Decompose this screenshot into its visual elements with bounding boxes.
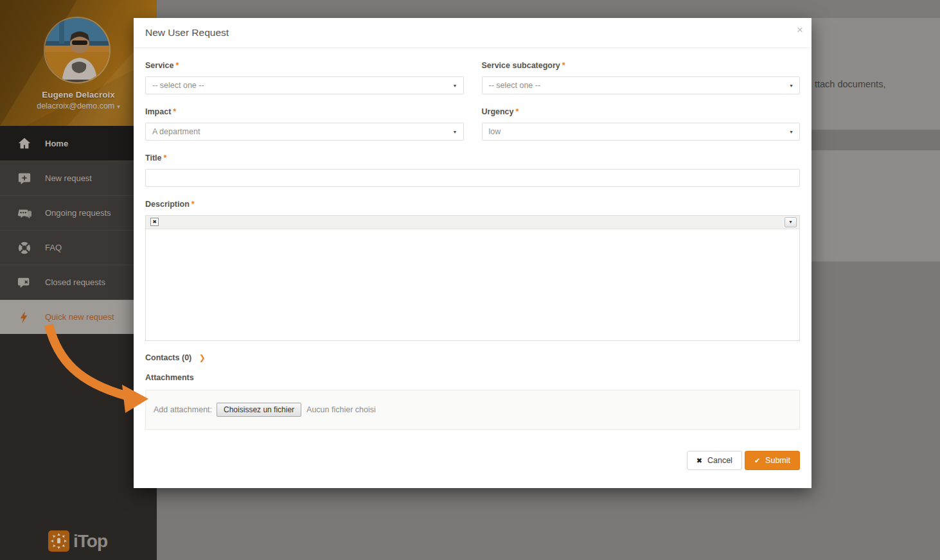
submit-button[interactable]: ✔ Submit xyxy=(745,451,800,470)
dropdown-caret-icon: ▼ xyxy=(789,130,794,134)
cancel-x-icon: ✖ xyxy=(696,457,702,465)
title-input[interactable] xyxy=(145,169,800,187)
service-subcategory-select-value: -- select one -- xyxy=(489,81,541,90)
dropdown-caret-icon: ▼ xyxy=(453,130,457,134)
sidebar-item-label: Quick new request xyxy=(45,312,114,322)
choose-file-button[interactable]: Choisissez un fichier xyxy=(217,403,301,417)
modal-body: Service* -- select one -- ▼ Service subc… xyxy=(134,48,811,470)
editor-toolbar: ✖ ▾ xyxy=(146,216,799,229)
service-subcategory-label: Service subcategory* xyxy=(482,61,801,70)
file-status-text: Aucun fichier choisi xyxy=(306,405,376,414)
required-marker: * xyxy=(562,61,565,70)
urgency-select-value: low xyxy=(489,127,501,136)
service-field-group: Service* -- select one -- ▼ xyxy=(145,48,464,94)
contacts-label: Contacts xyxy=(145,353,179,362)
modal-footer: ✖ Cancel ✔ Submit xyxy=(145,451,800,470)
comment-close-icon xyxy=(17,276,31,290)
contacts-toggle[interactable]: Contacts (0) ❯ xyxy=(145,353,800,362)
dropdown-caret-icon: ▼ xyxy=(453,83,457,88)
sidebar-item-label: FAQ xyxy=(45,243,62,252)
impact-field-group: Impact* A department ▼ xyxy=(145,94,464,141)
chevron-right-icon: ❯ xyxy=(199,353,206,362)
attachments-panel: Add attachment: Choisissez un fichier Au… xyxy=(145,390,800,430)
life-ring-icon xyxy=(17,241,31,255)
avatar xyxy=(44,17,111,83)
service-select[interactable]: -- select one -- ▼ xyxy=(145,76,464,94)
modal-title: New User Request xyxy=(145,27,229,39)
required-marker: * xyxy=(163,153,166,162)
submit-button-label: Submit xyxy=(765,456,790,465)
description-editor: ✖ ▾ xyxy=(145,215,800,341)
new-user-request-modal: New User Request × Service* -- select on… xyxy=(134,18,811,488)
submit-check-icon: ✔ xyxy=(754,457,760,465)
sidebar-item-label: New request xyxy=(45,173,92,183)
required-marker: * xyxy=(175,61,179,70)
service-select-value: -- select one -- xyxy=(152,81,204,90)
cancel-button-label: Cancel xyxy=(707,456,732,465)
bolt-icon xyxy=(17,310,31,324)
background-partial-text: ttach documents, xyxy=(815,79,885,89)
contacts-count: (0) xyxy=(182,353,191,362)
user-email: delacroix@demo.com xyxy=(37,101,114,110)
attachments-label: Attachments xyxy=(145,373,800,382)
required-marker: * xyxy=(191,200,195,209)
modal-header: New User Request × xyxy=(134,18,811,48)
description-label: Description* xyxy=(145,200,800,209)
itop-logo-text: iTop xyxy=(73,531,107,552)
description-textarea[interactable] xyxy=(146,229,799,340)
comments-icon xyxy=(17,206,31,220)
required-marker: * xyxy=(516,107,519,116)
comment-plus-icon xyxy=(17,171,31,186)
sidebar-item-label: Ongoing requests xyxy=(45,208,111,218)
urgency-select[interactable]: low ▼ xyxy=(482,123,801,141)
dropdown-caret-icon: ▼ xyxy=(789,83,794,88)
itop-logo: iTop xyxy=(48,530,107,552)
required-marker: * xyxy=(173,107,176,116)
impact-select-value: A department xyxy=(152,127,200,136)
close-icon[interactable]: × xyxy=(797,24,803,35)
impact-label: Impact* xyxy=(145,107,464,116)
service-subcategory-field-group: Service subcategory* -- select one -- ▼ xyxy=(482,48,801,94)
sidebar-item-label: Home xyxy=(45,139,68,148)
broken-image-icon: ✖ xyxy=(150,218,159,226)
service-subcategory-select[interactable]: -- select one -- ▼ xyxy=(482,76,801,94)
service-label: Service* xyxy=(145,61,464,70)
urgency-label: Urgency* xyxy=(482,107,801,116)
urgency-field-group: Urgency* low ▼ xyxy=(482,94,801,141)
home-icon xyxy=(17,136,31,150)
cancel-button[interactable]: ✖ Cancel xyxy=(687,451,742,470)
add-attachment-label: Add attachment: xyxy=(154,405,212,414)
sidebar-item-label: Closed requests xyxy=(45,277,105,287)
collapse-toolbar-button[interactable]: ▾ xyxy=(785,217,797,227)
title-label: Title* xyxy=(145,153,800,162)
itop-logo-icon xyxy=(48,530,69,552)
impact-select[interactable]: A department ▼ xyxy=(145,123,464,141)
chevron-down-icon: ▾ xyxy=(117,103,120,110)
